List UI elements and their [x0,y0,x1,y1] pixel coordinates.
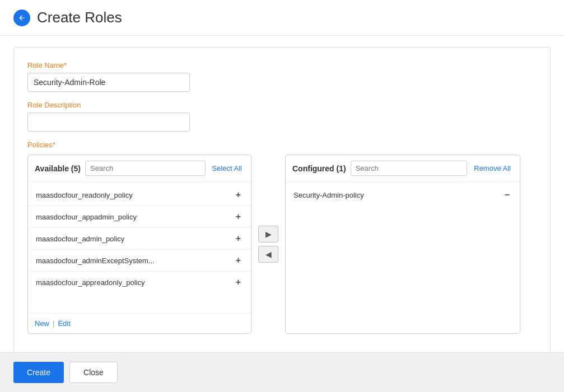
remove-icon[interactable]: − [502,190,512,200]
configured-panel-header: Configured (1) Remove All [286,155,520,182]
main-content: Role Name* Role Description Policies* Av… [0,36,564,368]
add-icon[interactable]: + [234,277,243,287]
list-item[interactable]: maasdocfour_readonly_policy + [28,184,251,206]
add-icon[interactable]: + [234,234,243,244]
policy-name: maasdocfour_adminExceptSystem... [36,256,234,265]
configured-panel: Configured (1) Remove All Security-Admin… [285,155,520,334]
configured-search-input[interactable] [351,161,468,176]
select-all-button[interactable]: Select All [210,164,244,172]
page-header: Create Roles [0,0,564,36]
available-search-input[interactable] [85,161,206,176]
policy-name: maasdocfour_admin_policy [36,235,234,243]
available-panel: Available (5) Select All maasdocfour_rea… [27,155,251,334]
move-left-icon: ◀ [265,250,272,259]
available-panel-footer: New | Edit [28,313,251,333]
policies-group: Policies* Available (5) Select All maasd… [27,141,537,334]
policies-container: Available (5) Select All maasdocfour_rea… [27,155,537,334]
available-panel-title: Available (5) [35,164,81,173]
policy-name: maasdocfour_appadmin_policy [36,213,234,221]
configured-panel-body: Security-Admin-policy − [286,182,520,333]
move-right-icon: ▶ [265,230,272,239]
transfer-buttons: ▶ ◀ [258,226,278,263]
policy-name: maasdocfour_appreadonly_policy [36,278,234,287]
new-policy-button[interactable]: New [35,319,49,328]
list-item[interactable]: maasdocfour_adminExceptSystem... + [28,250,251,272]
available-panel-header: Available (5) Select All [28,155,251,182]
policies-label: Policies* [27,141,537,149]
form-section: Role Name* Role Description Policies* Av… [13,47,551,357]
back-button[interactable] [13,10,30,26]
create-button[interactable]: Create [13,362,64,383]
role-description-group: Role Description [27,101,537,132]
role-name-group: Role Name* [27,61,537,92]
move-right-button[interactable]: ▶ [258,226,278,242]
close-button[interactable]: Close [69,362,118,383]
list-item[interactable]: Security-Admin-policy − [286,184,520,206]
role-name-input[interactable] [27,73,190,92]
policy-name: Security-Admin-policy [293,191,502,199]
add-icon[interactable]: + [234,190,243,200]
policy-name: maasdocfour_readonly_policy [36,191,234,199]
edit-policy-button[interactable]: Edit [58,319,70,328]
add-icon[interactable]: + [234,212,243,222]
list-item[interactable]: maasdocfour_admin_policy + [28,228,251,250]
footer-separator: | [53,319,54,328]
page-title: Create Roles [37,9,122,26]
configured-panel-title: Configured (1) [292,164,346,173]
add-icon[interactable]: + [234,255,243,265]
role-description-input[interactable] [27,113,190,132]
role-description-label: Role Description [27,101,537,109]
list-item[interactable]: maasdocfour_appreadonly_policy + [28,272,251,293]
role-name-label: Role Name* [27,61,537,69]
available-panel-body: maasdocfour_readonly_policy + maasdocfou… [28,182,251,313]
page-footer: Create Close [0,352,564,392]
list-item[interactable]: maasdocfour_appadmin_policy + [28,206,251,228]
move-left-button[interactable]: ◀ [258,246,278,263]
remove-all-button[interactable]: Remove All [472,164,513,172]
